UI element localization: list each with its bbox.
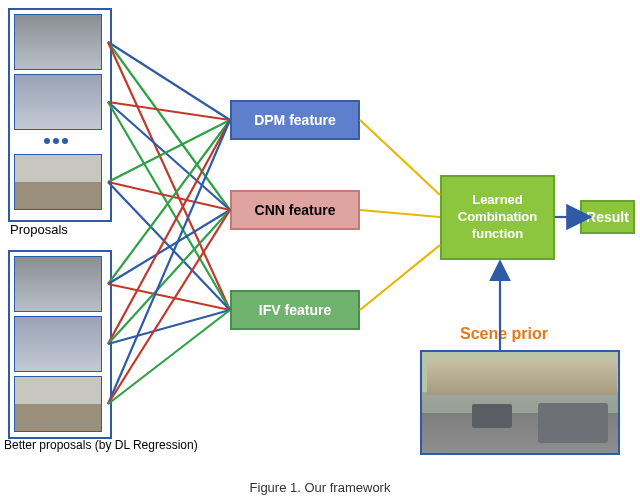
proposal-thumb	[14, 74, 102, 130]
svg-line-6	[108, 120, 230, 182]
svg-line-17	[108, 310, 230, 404]
better-proposals-label: Better proposals (by DL Regression)	[4, 438, 198, 452]
result-box: Result	[580, 200, 635, 234]
svg-line-8	[108, 182, 230, 310]
proposal-thumb	[14, 154, 102, 210]
svg-line-14	[108, 310, 230, 344]
svg-line-10	[108, 210, 230, 284]
svg-line-5	[108, 102, 230, 310]
svg-line-0	[108, 42, 230, 120]
svg-line-2	[108, 42, 230, 310]
svg-line-4	[108, 102, 230, 210]
svg-line-20	[360, 245, 440, 310]
svg-line-9	[108, 120, 230, 284]
svg-line-13	[108, 210, 230, 344]
proposal-thumb	[14, 14, 102, 70]
svg-line-15	[108, 120, 230, 404]
scene-prior-label: Scene prior	[460, 325, 548, 343]
dpm-feature-box: DPM feature	[230, 100, 360, 140]
svg-line-19	[360, 210, 440, 217]
svg-line-18	[360, 120, 440, 195]
ellipsis-icon	[44, 138, 68, 144]
svg-line-12	[108, 120, 230, 344]
proposal-thumb	[14, 316, 102, 372]
ifv-feature-box: IFV feature	[230, 290, 360, 330]
svg-line-3	[108, 102, 230, 120]
svg-line-1	[108, 42, 230, 210]
proposals-label: Proposals	[10, 222, 68, 237]
learned-combination-box: Learned Combination function	[440, 175, 555, 260]
figure-caption: Figure 1. Our framework	[0, 480, 640, 495]
svg-line-11	[108, 284, 230, 310]
cnn-feature-box: CNN feature	[230, 190, 360, 230]
proposal-thumb	[14, 256, 102, 312]
scene-prior-image	[420, 350, 620, 455]
proposal-thumb	[14, 376, 102, 432]
svg-line-16	[108, 210, 230, 404]
svg-line-7	[108, 182, 230, 210]
diagram-canvas: Proposals Better proposals (by DL Regres…	[0, 0, 640, 501]
